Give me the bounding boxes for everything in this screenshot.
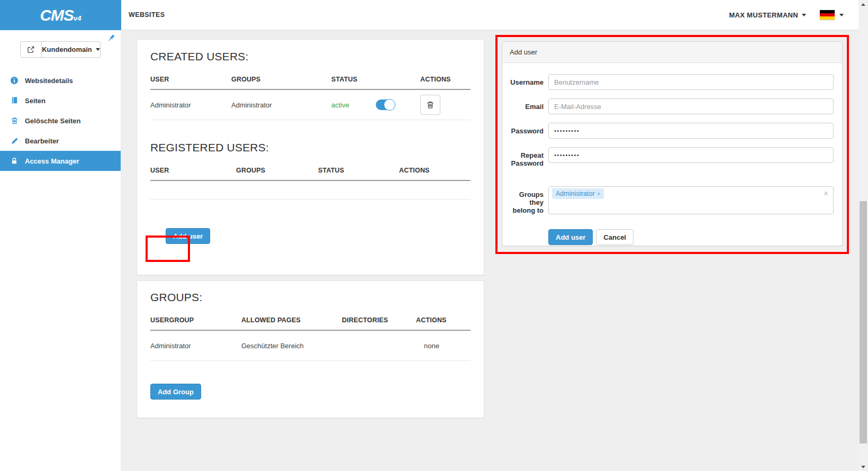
sidebar-item-seiten[interactable]: Seiten	[0, 90, 121, 111]
cell-actions: none	[416, 331, 471, 360]
chevron-down-icon	[802, 14, 806, 16]
submit-add-user-button[interactable]: Add user	[548, 229, 593, 245]
user-menu-label: MAX MUSTERMANN	[729, 11, 798, 19]
scroll-up-button[interactable]	[858, 0, 868, 8]
created-users-title: CREATED USERS:	[150, 50, 471, 63]
email-field[interactable]	[548, 98, 834, 114]
form-row-username: Username	[505, 74, 834, 90]
domain-selector-label: Kundendomain	[42, 46, 92, 53]
column-header: GROUPS	[231, 76, 331, 89]
sidebar-item-label: Bearbeiter	[25, 137, 59, 145]
divider	[150, 120, 471, 120]
column-header: ALLOWED PAGES	[241, 316, 342, 330]
group-tag: Administrator ×	[552, 188, 604, 199]
scrollbar-thumb[interactable]	[860, 201, 867, 443]
sidebar-item-label: Gelöschte Seiten	[25, 117, 80, 125]
add-user-form: Username Email Password Repeat Password …	[502, 63, 842, 245]
form-row-password: Password	[505, 123, 834, 139]
brand-text: CMS	[40, 6, 74, 24]
column-header: ACTIONS	[420, 76, 471, 89]
nav-websites[interactable]: WEBSITES	[129, 11, 165, 19]
topnav-right: MAX MUSTERMANN	[729, 10, 844, 20]
repeat-password-field[interactable]	[548, 147, 834, 163]
pushpin-icon[interactable]	[107, 33, 116, 42]
book-icon	[9, 96, 20, 105]
form-row-email: Email	[505, 98, 834, 114]
cell-user: Administrator	[150, 90, 231, 120]
divider	[150, 360, 471, 361]
sidebar-item-access-manager[interactable]: Access Manager	[0, 151, 121, 171]
groups-card: GROUPS: USERGROUP ALLOWED PAGES DIRECTOR…	[137, 280, 484, 418]
add-group-button[interactable]: Add Group	[150, 384, 201, 400]
password-field[interactable]	[548, 123, 834, 139]
panel-buttons: Add user Cancel	[548, 229, 834, 245]
sidebar-item-label: Seiten	[25, 97, 46, 105]
column-header: ACTIONS	[416, 316, 471, 330]
chevron-down-icon	[839, 14, 844, 16]
user-menu[interactable]: MAX MUSTERMANN	[729, 11, 806, 19]
repeat-password-label: Repeat Password	[505, 147, 544, 167]
cell-allowed-pages: Geschützter Bereich	[241, 331, 342, 360]
lock-icon	[9, 157, 20, 165]
scroll-down-button[interactable]	[858, 463, 868, 471]
groups-multiselect[interactable]: Administrator × ×	[548, 186, 834, 214]
add-user-panel: Add user Username Email Password Repeat …	[502, 41, 843, 246]
column-header: DIRECTORIES	[342, 316, 416, 330]
users-card: CREATED USERS: USER GROUPS STATUS ACTION…	[137, 39, 484, 275]
column-header: STATUS	[318, 167, 399, 180]
empty-table-row	[150, 181, 471, 200]
german-flag-icon	[820, 10, 835, 20]
sidebar-item-bearbeiter[interactable]: Bearbeiter	[0, 131, 121, 151]
column-header: GROUPS	[236, 167, 318, 180]
cell-status: active	[331, 90, 420, 120]
cell-usergroup: Administrator	[150, 331, 241, 360]
domain-selector[interactable]: Kundendomain	[20, 41, 101, 58]
status-toggle[interactable]	[376, 99, 394, 110]
cell-directories	[342, 331, 416, 360]
pencil-icon	[9, 137, 20, 145]
cell-groups: Administrator	[231, 90, 331, 120]
sidebar-item-label: Websitedetails	[25, 77, 73, 85]
toggle-knob	[384, 99, 395, 111]
registered-users-header: USER GROUPS STATUS ACTIONS	[150, 167, 471, 181]
brand-logo[interactable]: CMS v4	[0, 0, 121, 30]
username-field[interactable]	[548, 74, 834, 90]
groups-title: GROUPS:	[150, 291, 471, 304]
cell-actions	[420, 90, 471, 120]
domain-selector-label-segment[interactable]: Kundendomain	[42, 42, 100, 57]
remove-tag-icon[interactable]: ×	[597, 191, 600, 197]
cancel-button[interactable]: Cancel	[596, 229, 634, 245]
column-header: ACTIONS	[399, 167, 471, 180]
delete-user-button[interactable]	[420, 95, 440, 115]
chevron-down-icon	[96, 48, 100, 51]
email-label: Email	[505, 98, 544, 114]
trash-icon	[426, 101, 435, 109]
external-link-icon[interactable]	[21, 42, 42, 57]
username-label: Username	[505, 74, 544, 90]
scrollbar[interactable]	[858, 0, 868, 471]
language-menu[interactable]	[820, 10, 844, 20]
triangle-up-icon	[861, 3, 865, 6]
add-user-panel-title: Add user	[502, 42, 842, 63]
sidebar-item-geloeschte-seiten[interactable]: Gelöschte Seiten	[0, 111, 121, 131]
sidebar-nav: Websitedetails Seiten Gelöschte Seiten	[0, 70, 121, 171]
sidebar-item-label: Access Manager	[25, 157, 79, 165]
trash-icon	[9, 116, 20, 125]
sidebar: Kundendomain Websitedetails Seiten	[0, 30, 121, 471]
table-row: Administrator Geschützter Bereich none	[150, 331, 471, 360]
table-row: Administrator Administrator active	[150, 90, 471, 120]
brand-version: v4	[74, 14, 81, 22]
column-header: USER	[150, 167, 236, 180]
password-label: Password	[505, 123, 544, 139]
column-header: STATUS	[331, 76, 420, 89]
triangle-down-icon	[861, 466, 865, 468]
column-header: USER	[150, 76, 231, 89]
form-row-groups: Groups they belong to Administrator × ×	[505, 186, 834, 214]
created-users-header: USER GROUPS STATUS ACTIONS	[150, 76, 471, 90]
add-user-button[interactable]: Add user	[166, 228, 210, 244]
clear-select-icon[interactable]: ×	[824, 189, 828, 198]
status-badge: active	[331, 101, 349, 109]
registered-users-title: REGISTERED USERS:	[150, 141, 471, 154]
groups-label: Groups they belong to	[505, 186, 544, 214]
sidebar-item-websitedetails[interactable]: Websitedetails	[0, 70, 121, 90]
